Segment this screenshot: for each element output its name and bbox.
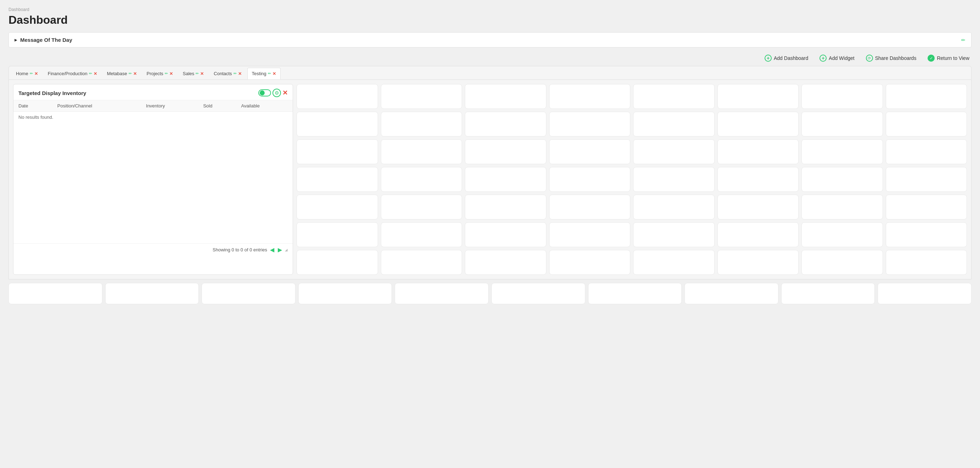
empty-cell <box>886 195 967 219</box>
tab-contacts-close-icon[interactable]: ✕ <box>238 71 242 76</box>
empty-cell <box>802 222 883 247</box>
resize-handle[interactable]: ◢ <box>285 248 288 252</box>
widget-toggle[interactable] <box>258 89 271 96</box>
add-dashboard-label: Add Dashboard <box>774 55 808 61</box>
add-widget-label: Add Widget <box>829 55 854 61</box>
empty-cell <box>465 112 546 136</box>
bottom-cell <box>105 283 199 304</box>
tab-contacts[interactable]: Contacts ✏ ✕ <box>209 68 245 79</box>
empty-cell <box>633 139 714 164</box>
bottom-cell <box>202 283 296 304</box>
add-dashboard-button[interactable]: + Add Dashboard <box>762 53 810 63</box>
empty-cell <box>381 195 462 219</box>
widget-gear-icon[interactable]: ⚙ <box>272 89 281 97</box>
tab-finance-close-icon[interactable]: ✕ <box>94 71 97 76</box>
widget-controls: ⚙ ✕ <box>258 89 288 97</box>
tab-testing[interactable]: Testing ✏ ✕ <box>247 68 281 80</box>
bottom-cell <box>395 283 488 304</box>
empty-cell <box>465 167 546 192</box>
empty-cell <box>297 84 378 109</box>
empty-cell <box>802 112 883 136</box>
tab-finance-edit-icon[interactable]: ✏ <box>89 71 92 76</box>
breadcrumb: Dashboard <box>8 7 972 12</box>
tab-home-label: Home <box>16 71 29 76</box>
empty-cell <box>297 167 378 192</box>
return-to-view-label: Return to View <box>937 55 969 61</box>
widget-header: Targeted Display Inventory ⚙ ✕ <box>13 85 293 100</box>
empty-cell <box>718 84 799 109</box>
tab-projects[interactable]: Projects ✏ ✕ <box>142 68 177 79</box>
pagination-next-button[interactable]: ▶ <box>277 246 283 253</box>
return-to-view-icon: ✓ <box>928 54 935 62</box>
empty-cell <box>886 167 967 192</box>
empty-cell <box>718 112 799 136</box>
tab-home-close-icon[interactable]: ✕ <box>34 71 38 76</box>
share-dashboards-button[interactable]: ⟳ Share Dashboards <box>864 53 919 63</box>
add-widget-button[interactable]: + Add Widget <box>818 53 856 63</box>
empty-cell <box>381 167 462 192</box>
empty-cell <box>802 139 883 164</box>
tab-metabase-edit-icon[interactable]: ✏ <box>129 71 132 76</box>
bottom-cell <box>8 283 102 304</box>
empty-cell <box>886 112 967 136</box>
widget-close-button[interactable]: ✕ <box>282 90 288 96</box>
empty-cell <box>549 222 631 247</box>
widget-footer: Showing 0 to 0 of 0 entries ◀ ▶ ◢ <box>13 243 293 256</box>
share-dashboards-icon: ⟳ <box>866 54 873 62</box>
empty-cell <box>465 250 546 275</box>
empty-cell <box>549 250 631 275</box>
pagination-prev-button[interactable]: ◀ <box>269 246 275 253</box>
return-to-view-button[interactable]: ✓ Return to View <box>926 53 972 63</box>
add-widget-icon: + <box>819 54 827 62</box>
tab-sales-edit-icon[interactable]: ✏ <box>196 71 199 76</box>
tabs-bar: Home ✏ ✕ Finance/Production ✏ ✕ Metabase… <box>8 66 972 80</box>
tab-metabase[interactable]: Metabase ✏ ✕ <box>103 68 141 79</box>
empty-cell <box>633 112 714 136</box>
empty-cell <box>381 222 462 247</box>
share-dashboards-label: Share Dashboards <box>875 55 916 61</box>
tab-finance-production[interactable]: Finance/Production ✏ ✕ <box>44 68 101 79</box>
bottom-cell <box>298 283 392 304</box>
empty-cell <box>381 250 462 275</box>
col-inventory: Inventory <box>141 100 198 112</box>
empty-cell <box>718 222 799 247</box>
tab-sales-close-icon[interactable]: ✕ <box>200 71 204 76</box>
tab-home-edit-icon[interactable]: ✏ <box>30 71 33 76</box>
empty-cell <box>465 222 546 247</box>
tab-home[interactable]: Home ✏ ✕ <box>12 68 42 79</box>
empty-cell <box>549 139 631 164</box>
empty-cell <box>802 167 883 192</box>
empty-cell <box>549 112 631 136</box>
tab-sales[interactable]: Sales ✏ ✕ <box>178 68 208 79</box>
tab-contacts-edit-icon[interactable]: ✏ <box>234 71 237 76</box>
add-dashboard-icon: + <box>765 54 772 62</box>
empty-cell <box>886 250 967 275</box>
empty-cell <box>718 167 799 192</box>
col-position-channel: Position/Channel <box>52 100 141 112</box>
empty-cell <box>802 84 883 109</box>
pagination-text: Showing 0 to 0 of 0 entries <box>213 247 267 252</box>
empty-cell <box>633 84 714 109</box>
empty-cell <box>465 139 546 164</box>
empty-cell <box>633 195 714 219</box>
bottom-cell <box>878 283 972 304</box>
empty-cell <box>718 139 799 164</box>
empty-cell <box>465 84 546 109</box>
tab-contacts-label: Contacts <box>214 71 232 76</box>
col-available: Available <box>236 100 293 112</box>
tab-metabase-label: Metabase <box>107 71 127 76</box>
empty-cell <box>381 84 462 109</box>
empty-cell <box>718 195 799 219</box>
page-title: Dashboard <box>8 13 972 27</box>
tab-finance-production-label: Finance/Production <box>48 71 88 76</box>
empty-cell <box>633 222 714 247</box>
tab-testing-edit-icon[interactable]: ✏ <box>268 71 271 76</box>
tab-projects-close-icon[interactable]: ✕ <box>169 71 173 76</box>
empty-cell <box>886 139 967 164</box>
tab-projects-edit-icon[interactable]: ✏ <box>165 71 168 76</box>
message-bar-edit-icon[interactable]: ✏ <box>961 37 966 43</box>
tab-metabase-close-icon[interactable]: ✕ <box>133 71 137 76</box>
table-header-row: Date Position/Channel Inventory Sold Ava… <box>13 100 293 112</box>
tab-testing-close-icon[interactable]: ✕ <box>272 71 276 76</box>
empty-cell <box>886 84 967 109</box>
